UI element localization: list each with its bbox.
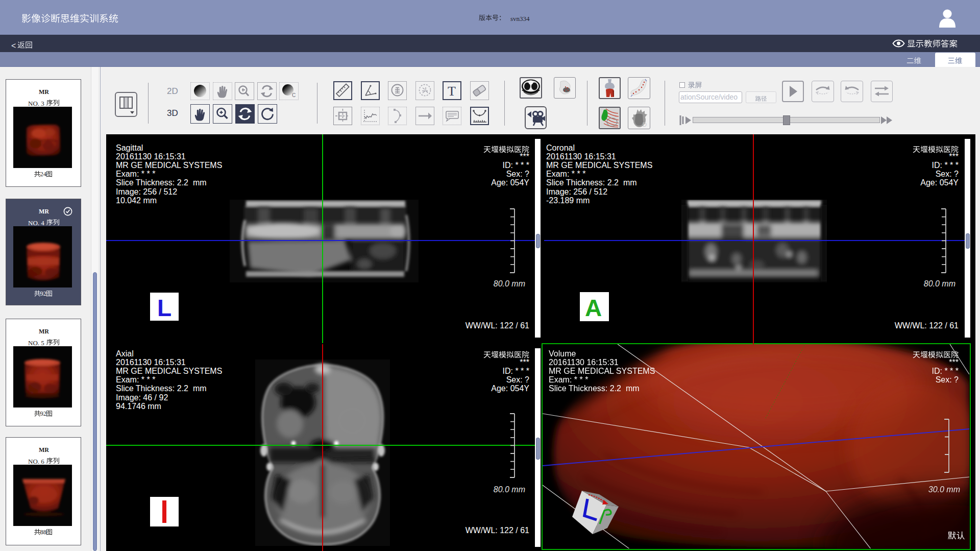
svg-text:T: T: [448, 84, 456, 99]
svg-text:D: D: [643, 122, 647, 128]
svg-text:C: C: [292, 92, 296, 98]
